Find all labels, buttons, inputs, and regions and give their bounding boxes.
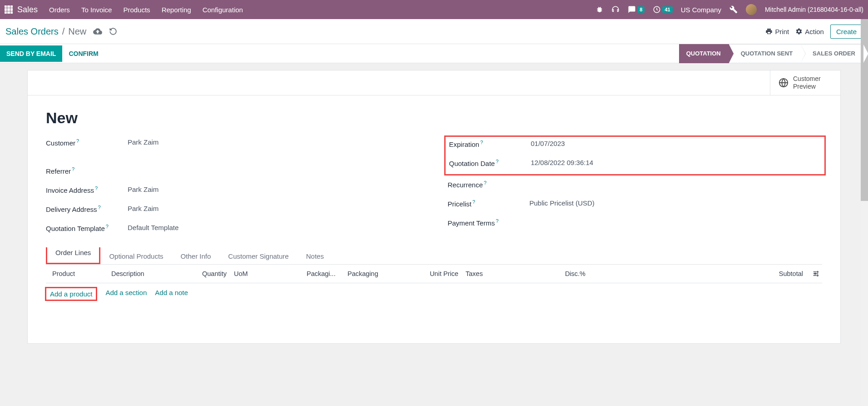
bug-icon[interactable]: [596, 6, 603, 13]
messages-badge: 8: [637, 6, 645, 13]
tab-notes[interactable]: Notes: [298, 247, 332, 265]
globe-icon: [779, 78, 789, 88]
breadcrumb-root[interactable]: Sales Orders: [5, 26, 59, 37]
help-icon[interactable]: ?: [76, 138, 79, 144]
order-lines-body: Add a product Add a section Add a note: [46, 283, 822, 305]
help-icon[interactable]: ?: [480, 140, 483, 145]
delivery-address-value[interactable]: Park Zaim: [128, 205, 421, 212]
messages-icon[interactable]: 8: [628, 5, 645, 14]
send-email-button[interactable]: SEND BY EMAIL: [0, 45, 62, 62]
vertical-scrollbar[interactable]: [861, 19, 868, 357]
add-note-link[interactable]: Add a note: [155, 289, 188, 299]
expiration-value[interactable]: 01/07/2023: [531, 140, 821, 147]
form-col-right: Expiration? 01/07/2023 Quotation Date? 1…: [448, 138, 823, 243]
svg-point-2: [817, 271, 818, 272]
menu-configuration[interactable]: Configuration: [203, 6, 243, 14]
activities-icon[interactable]: 41: [653, 5, 672, 14]
add-product-highlight: Add a product: [45, 287, 97, 301]
col-packaging-qty: Packagi...: [303, 270, 344, 277]
col-quantity: Quantity: [185, 270, 230, 277]
quotation-date-value[interactable]: 12/08/2022 09:36:14: [531, 159, 821, 166]
field-payment-terms: Payment Terms?: [448, 218, 823, 229]
col-disc: Disc.%: [553, 270, 589, 277]
field-customer: Customer? Park Zaim: [46, 138, 421, 149]
field-expiration: Expiration? 01/07/2023: [449, 140, 821, 150]
help-icon[interactable]: ?: [98, 205, 101, 210]
action-button[interactable]: Action: [795, 28, 824, 35]
top-nav: Sales Orders To Invoice Products Reporti…: [0, 0, 868, 19]
tools-icon[interactable]: [729, 5, 738, 14]
breadcrumb-sep: /: [62, 26, 65, 37]
field-delivery-address: Delivery Address? Park Zaim: [46, 205, 421, 216]
form-sheet: CustomerPreview New Customer? Park Zaim …: [27, 70, 841, 344]
phone-icon[interactable]: [611, 5, 620, 14]
menu-products[interactable]: Products: [123, 6, 150, 14]
tab-optional-products[interactable]: Optional Products: [100, 247, 172, 265]
svg-point-4: [817, 275, 818, 276]
field-quotation-template: Quotation Template? Default Template: [46, 224, 421, 235]
discard-icon[interactable]: [109, 27, 117, 35]
col-uom: UoM: [230, 270, 303, 277]
breadcrumb-bar: Sales Orders / New Print Action Create: [0, 19, 868, 44]
help-icon[interactable]: ?: [106, 224, 109, 229]
tab-order-lines[interactable]: Order Lines: [47, 244, 99, 261]
user-name[interactable]: Mitchell Admin (21680404-16-0-all): [765, 6, 863, 13]
create-button[interactable]: Create: [830, 25, 863, 39]
help-icon[interactable]: ?: [95, 185, 98, 191]
step-quotation-sent[interactable]: QUOTATION SENT: [729, 44, 801, 63]
help-icon[interactable]: ?: [496, 159, 498, 164]
menu-to-invoice[interactable]: To Invoice: [81, 6, 112, 14]
topbar-right: 8 41 US Company Mitchell Admin (21680404…: [596, 4, 863, 15]
tab-customer-signature[interactable]: Customer Signature: [219, 247, 297, 265]
customer-preview-button[interactable]: CustomerPreview: [770, 70, 840, 95]
save-cloud-icon[interactable]: [93, 27, 102, 36]
field-referrer: Referrer?: [46, 166, 421, 177]
col-packaging: Packaging: [344, 270, 421, 277]
menu-orders[interactable]: Orders: [49, 6, 70, 14]
tab-order-lines-highlight: Order Lines: [46, 247, 100, 264]
sheet-top: CustomerPreview: [28, 70, 840, 95]
customer-preview-label: CustomerPreview: [793, 75, 821, 90]
print-button[interactable]: Print: [765, 28, 789, 35]
breadcrumb: Sales Orders / New: [5, 26, 765, 37]
activities-badge: 41: [662, 6, 672, 13]
confirm-button[interactable]: CONFIRM: [62, 45, 104, 62]
app-brand[interactable]: Sales: [17, 5, 38, 15]
tab-other-info[interactable]: Other Info: [172, 247, 220, 265]
help-icon[interactable]: ?: [72, 166, 74, 172]
form-columns: Customer? Park Zaim Referrer? Invoice Ad…: [46, 138, 822, 243]
invoice-address-value[interactable]: Park Zaim: [128, 185, 421, 193]
help-icon[interactable]: ?: [484, 180, 486, 185]
tabs: Order Lines Optional Products Other Info…: [46, 247, 822, 265]
avatar[interactable]: [746, 4, 757, 15]
company-switcher[interactable]: US Company: [681, 6, 721, 14]
status-steps: QUOTATION QUOTATION SENT SALES ORDER: [679, 44, 863, 63]
menu-reporting[interactable]: Reporting: [162, 6, 191, 14]
main-menu: Orders To Invoice Products Reporting Con…: [49, 6, 596, 14]
step-sales-order[interactable]: SALES ORDER: [801, 44, 863, 63]
content: CustomerPreview New Customer? Park Zaim …: [0, 63, 868, 357]
form-col-left: Customer? Park Zaim Referrer? Invoice Ad…: [46, 138, 421, 243]
breadcrumb-current: New: [68, 26, 86, 37]
field-quotation-date: Quotation Date? 12/08/2022 09:36:14: [449, 159, 821, 170]
customer-value[interactable]: Park Zaim: [128, 138, 421, 146]
apps-icon[interactable]: [5, 5, 13, 14]
help-icon[interactable]: ?: [472, 199, 475, 205]
add-product-link[interactable]: Add a product: [50, 290, 92, 298]
field-pricelist: Pricelist? Public Pricelist (USD): [448, 199, 823, 210]
col-unit-price: Unit Price: [421, 270, 462, 277]
field-invoice-address: Invoice Address? Park Zaim: [46, 185, 421, 196]
pricelist-value[interactable]: Public Pricelist (USD): [530, 199, 823, 207]
status-bar: SEND BY EMAIL CONFIRM QUOTATION QUOTATIO…: [0, 44, 868, 63]
order-lines-header: Product Description Quantity UoM Packagi…: [46, 265, 822, 283]
col-description: Description: [108, 270, 185, 277]
quotation-template-value[interactable]: Default Template: [128, 224, 421, 231]
field-recurrence: Recurrence?: [448, 180, 823, 191]
add-section-link[interactable]: Add a section: [105, 289, 147, 299]
breadcrumb-actions: Print Action Create: [765, 25, 863, 39]
column-settings-icon[interactable]: [812, 270, 819, 277]
record-title: New: [46, 109, 822, 127]
step-quotation[interactable]: QUOTATION: [679, 44, 729, 63]
sheet-body: New Customer? Park Zaim Referrer? Invoic…: [28, 95, 840, 343]
help-icon[interactable]: ?: [496, 218, 498, 224]
